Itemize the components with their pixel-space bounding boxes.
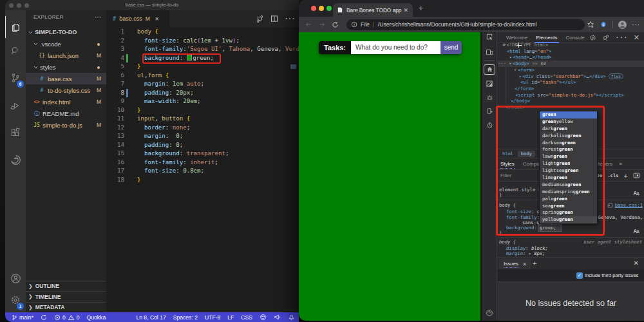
explorer-icon[interactable] (5, 16, 26, 38)
inspect-icon[interactable] (482, 30, 497, 43)
tree-item-readme-md[interactable]: ⓘREADME.md (26, 108, 106, 119)
drawer-close-icon[interactable]: ✕ (634, 260, 639, 267)
autocomplete-item-forestgreen[interactable]: forestgreen (540, 146, 597, 153)
source-control-icon[interactable]: 6 (5, 67, 26, 89)
devtools-close-icon[interactable]: ✕ (634, 33, 639, 42)
tree-item-simple-to-do-js[interactable]: JSsimple-to-do.jsM (26, 119, 106, 131)
editor-more-icon[interactable]: ··· (285, 13, 295, 24)
tab-console[interactable]: Console (566, 32, 585, 43)
account-icon[interactable] (5, 267, 26, 289)
dom-row[interactable]: <script src="simple-to-do.js"></script> (498, 92, 644, 99)
dom-row[interactable]: <html lang="en"> (498, 48, 644, 55)
tree-item-index-html[interactable]: <>index.htmlM (26, 96, 106, 108)
tab-base-css[interactable]: # base.css M × (106, 10, 169, 27)
tree-item-launch-json[interactable]: {}launch.jsonM (26, 50, 106, 61)
tree-item-simple-to-do[interactable]: SIMPLE-TO-DO (26, 26, 106, 38)
issues-tab-close-icon[interactable]: ✕ (522, 261, 527, 267)
autocomplete-item-springgreen[interactable]: springgreen (540, 209, 597, 216)
tree-item-styles[interactable]: styles (26, 61, 106, 73)
todo-input[interactable] (351, 41, 440, 54)
style-rule-row[interactable]: body { (498, 239, 644, 245)
quokka-item[interactable]: Quokka (87, 314, 106, 321)
encoding[interactable]: UTF-8 (205, 314, 220, 321)
traffic-minimize-icon[interactable] (319, 6, 324, 11)
tab-close-icon[interactable]: ✕ (403, 7, 408, 14)
autocomplete-item-limegreen[interactable]: limegreen (540, 175, 597, 182)
devtools-feedback-icon[interactable] (602, 34, 610, 41)
extensions-icon[interactable] (5, 122, 26, 144)
dom-row[interactable]: </html> (498, 104, 644, 111)
autocomplete-item-lightgreen[interactable]: lightgreen (540, 160, 597, 167)
compare-changes-icon[interactable] (256, 15, 264, 23)
drawer-new-tab-icon[interactable]: + (533, 260, 536, 267)
feedback-smiley-icon[interactable] (260, 314, 267, 321)
browser-essentials-icon[interactable] (600, 21, 607, 28)
eol[interactable]: LF (227, 314, 234, 321)
traffic-zoom-icon[interactable] (327, 6, 332, 11)
split-editor-icon[interactable] (270, 15, 278, 23)
traffic-close-icon[interactable] (311, 6, 316, 11)
tab-styles[interactable]: Styles (500, 161, 515, 167)
browser-menu-icon[interactable]: ··· (632, 21, 640, 28)
sidebar-section-timeline[interactable]: ❯TIMELINE (26, 291, 106, 302)
reload-icon[interactable] (332, 21, 339, 28)
help-icon[interactable] (482, 307, 497, 319)
language-mode[interactable]: CSS (241, 314, 252, 321)
devtools-settings-gear-icon[interactable] (589, 34, 596, 41)
autocomplete-item-mediumseagreen[interactable]: mediumseagreen (540, 182, 597, 189)
address-bar[interactable]: File /Users/chrishellmann/Documents/GitH… (346, 19, 585, 30)
tree-item-to-do-styles-css[interactable]: #to-do-styles.cssM (26, 84, 106, 96)
crumb-html[interactable]: html (502, 151, 513, 156)
profile-avatar[interactable] (618, 21, 627, 29)
new-rule-plus-icon[interactable]: + (624, 172, 628, 180)
dom-row[interactable]: ···▾ <body> == $0 (498, 61, 644, 67)
autocomplete-item-mediumspringgreen[interactable]: mediumspringgreen (540, 189, 597, 196)
dom-tree[interactable]: »<!DOCTYPE html><html lang="en">▸ <head>… (498, 42, 644, 115)
tab-issues[interactable]: Issues ✕ (499, 259, 531, 270)
sources-icon[interactable] (482, 105, 497, 118)
third-party-checkbox[interactable]: ✓ (576, 272, 583, 279)
style-rule-row[interactable]: margin: ▸ 8px; (498, 251, 644, 256)
edge-devtools-icon[interactable] (5, 149, 26, 171)
page-info-icon[interactable] (351, 21, 357, 28)
problems-item[interactable]: 0 0 (54, 314, 80, 321)
explorer-more-icon[interactable]: ··· (95, 14, 101, 21)
device-emulation-icon[interactable] (482, 46, 497, 59)
megaphone-icon[interactable] (274, 314, 281, 321)
autocomplete-item-green[interactable]: green (540, 111, 597, 118)
git-branch-item[interactable]: main* (12, 314, 33, 321)
autocomplete-item-darkgreen[interactable]: darkgreen (540, 126, 597, 133)
dom-row[interactable]: ▸ <div class="searchbar">…</div>flex (498, 73, 644, 80)
performance-clock-icon[interactable] (482, 119, 497, 132)
autocomplete-item-lawngreen[interactable]: lawngreen (540, 153, 597, 160)
autocomplete-item-palegreen[interactable]: palegreen (540, 196, 597, 203)
autocomplete-item-seagreen[interactable]: seagreen (540, 203, 597, 210)
tab-welcome[interactable]: Welcome (506, 32, 527, 43)
run-debug-icon[interactable] (5, 95, 26, 117)
autocomplete-item-yellowgreen[interactable]: yellowgreen (540, 216, 597, 223)
autocomplete-item-darkseagreen[interactable]: darkseagreen (540, 140, 597, 147)
tree-item--vscode[interactable]: .vscode (26, 38, 106, 50)
dom-row[interactable]: </form> (498, 86, 644, 92)
forward-icon[interactable] (318, 21, 326, 28)
color-autocomplete-dropdown[interactable]: greengreenyellowdarkgreendarkolivegreend… (539, 111, 598, 224)
back-icon[interactable] (305, 21, 312, 28)
more-tabs-icon[interactable]: » (620, 161, 622, 167)
dom-row[interactable]: ▾ <form> (498, 67, 644, 73)
grid-editor-icon[interactable] (633, 173, 640, 178)
dom-row[interactable]: ▸ <head>…</head> (498, 54, 644, 61)
autocomplete-item-lightseagreen[interactable]: lightseagreen (540, 167, 597, 175)
tab-elements[interactable]: Elements (536, 32, 557, 43)
indentation[interactable]: Spaces: 2 (173, 314, 198, 321)
new-tab-icon[interactable]: + (419, 4, 423, 13)
dom-row[interactable]: </body> (498, 98, 644, 104)
tab-close-icon[interactable]: × (155, 15, 159, 23)
crumb-body[interactable]: body (518, 151, 535, 157)
welcome-home-icon[interactable] (484, 64, 495, 75)
browser-tab[interactable]: Bare Bones TODO app ✕ (333, 3, 413, 17)
autocomplete-item-greenyellow[interactable]: greenyellow (540, 118, 597, 126)
class-toggle[interactable]: .cls (607, 173, 618, 178)
sync-icon[interactable] (41, 314, 47, 321)
settings-gear-icon[interactable]: 1 (5, 289, 26, 311)
sidebar-section-metadata[interactable]: ❯METADATA (26, 302, 106, 313)
